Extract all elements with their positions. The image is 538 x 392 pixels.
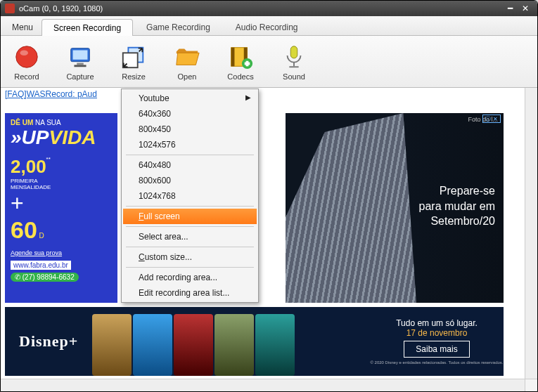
resize-icon xyxy=(120,43,148,71)
menu-custom-size[interactable]: Custom size... xyxy=(123,249,257,265)
menu-youtube[interactable]: Youtube ▶ xyxy=(123,91,257,106)
menu-full-screen[interactable]: Full screen xyxy=(123,209,257,224)
ad-left-site[interactable]: www.fabra.edu.br xyxy=(11,261,71,270)
toolbar: Record Capture Resize Open Codecs xyxy=(1,36,537,88)
menu-select-area[interactable]: Select area... xyxy=(123,229,257,244)
svg-rect-6 xyxy=(74,65,86,67)
ad-left-phone[interactable]: ✆ (27) 98894-6632 xyxy=(11,273,79,282)
sound-button[interactable]: Sound xyxy=(275,43,313,81)
codecs-icon xyxy=(226,43,255,71)
menu-800x450[interactable]: 800x450 xyxy=(123,122,257,137)
titlebar[interactable]: oCam (0, 0, 1920, 1080) ━ ✕ xyxy=(1,1,537,16)
window-title: oCam (0, 0, 1920, 1080) xyxy=(19,4,103,13)
resize-button[interactable]: Resize xyxy=(115,43,153,81)
vertical-scrollbar[interactable] xyxy=(525,88,537,379)
disney-logo: Disnep+ xyxy=(19,332,78,351)
menu-separator xyxy=(126,247,254,247)
resize-menu: Youtube ▶ 640x360 800x450 1024x576 640x4… xyxy=(121,89,259,303)
tabbar: Menu Screen Recording Game Recording Aud… xyxy=(1,16,537,36)
svg-rect-10 xyxy=(231,47,235,66)
svg-rect-5 xyxy=(77,63,84,65)
menu-edit-recording-area-list[interactable]: Edit recording area list... xyxy=(123,285,257,301)
menu-separator xyxy=(126,206,254,207)
menu-add-recording-area[interactable]: Add recording area... xyxy=(123,270,257,285)
menu-1024x576[interactable]: 1024x576 xyxy=(123,137,257,152)
ad-cta-button[interactable]: Saiba mais xyxy=(404,341,469,358)
ad-bottom[interactable]: Disnep+ Tudo em um só lugar. 17 de novem… xyxy=(5,307,504,376)
building-graphic xyxy=(286,113,416,303)
svg-rect-17 xyxy=(289,66,298,67)
tab-screen-recording[interactable]: Screen Recording xyxy=(41,19,133,36)
capture-button[interactable]: Capture xyxy=(61,43,99,81)
tab-audio-recording[interactable]: Audio Recording xyxy=(224,18,310,35)
svg-rect-16 xyxy=(293,62,295,66)
close-button[interactable]: ✕ xyxy=(518,4,533,13)
ad-right[interactable]: Foto do l... ⓘ ✕ Prepare-se para mudar e… xyxy=(286,113,504,303)
menu-separator xyxy=(126,155,254,155)
content-area: [FAQ]WASRecord: pAud DÊ UM NA SUA »UPVID… xyxy=(1,88,537,379)
horizontal-scrollbar[interactable] xyxy=(1,379,537,391)
adchoices-icon[interactable]: ⓘ ✕ xyxy=(482,115,501,123)
characters-strip xyxy=(92,307,370,376)
app-icon xyxy=(5,4,15,13)
open-button[interactable]: Open xyxy=(168,43,206,81)
app-window: oCam (0, 0, 1920, 1080) ━ ✕ Menu Screen … xyxy=(0,0,538,392)
menu-separator xyxy=(126,267,254,268)
faq-link[interactable]: [FAQ]WASRecord: pAud xyxy=(1,88,525,100)
minimize-button[interactable]: ━ xyxy=(502,4,518,13)
menu-640x360[interactable]: 640x360 xyxy=(123,106,257,122)
microphone-icon xyxy=(280,43,308,71)
folder-icon xyxy=(173,43,201,71)
ad-left[interactable]: DÊ UM NA SUA »UPVIDA 2,00** PRIMEIRAMENS… xyxy=(5,113,117,303)
record-icon xyxy=(13,43,41,71)
monitor-icon xyxy=(66,43,94,71)
menu-1024x768[interactable]: 1024x768 xyxy=(123,188,257,204)
codecs-button[interactable]: Codecs xyxy=(222,43,260,81)
svg-rect-15 xyxy=(290,46,297,58)
menu-button[interactable]: Menu xyxy=(4,20,41,35)
chevron-right-icon: ▶ xyxy=(245,93,251,101)
svg-rect-4 xyxy=(73,50,88,59)
svg-point-2 xyxy=(20,50,28,55)
menu-800x600[interactable]: 800x600 xyxy=(123,173,257,188)
menu-separator xyxy=(126,226,254,227)
record-button[interactable]: Record xyxy=(8,43,46,81)
tab-game-recording[interactable]: Game Recording xyxy=(134,18,222,35)
menu-640x480[interactable]: 640x480 xyxy=(123,157,257,173)
ads-area: DÊ UM NA SUA »UPVIDA 2,00** PRIMEIRAMENS… xyxy=(1,100,525,379)
svg-rect-14 xyxy=(246,60,249,66)
